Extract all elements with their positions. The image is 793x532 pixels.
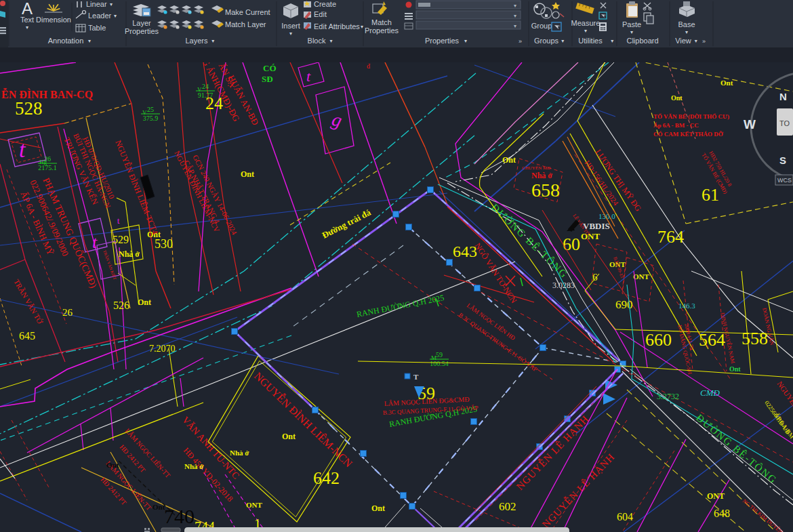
svg-text:91.77: 91.77 — [198, 91, 214, 99]
svg-text:▾: ▾ — [26, 24, 28, 30]
svg-text:▾: ▾ — [464, 38, 467, 44]
svg-text:Annotation: Annotation — [48, 37, 84, 45]
svg-text:Properties: Properties — [365, 26, 399, 35]
svg-text:Edit: Edit — [314, 10, 327, 18]
svg-text:»: » — [702, 38, 706, 45]
svg-text:146.3: 146.3 — [678, 302, 695, 310]
svg-text:Leader: Leader — [88, 12, 112, 20]
svg-text:648: 648 — [714, 508, 730, 519]
svg-text:Ont: Ont — [502, 155, 516, 165]
svg-text:Groups: Groups — [534, 37, 559, 45]
svg-text:Edit Attributes: Edit Attributes — [314, 22, 360, 30]
svg-text:▾: ▾ — [514, 13, 516, 19]
svg-text:Ont: Ont — [671, 94, 683, 102]
svg-text:Text: Text — [20, 16, 34, 24]
svg-text:Base: Base — [678, 20, 695, 28]
svg-text:Ont: Ont — [138, 298, 151, 307]
svg-text:▾: ▾ — [88, 38, 91, 44]
svg-text:645: 645 — [19, 330, 35, 342]
svg-text:▾: ▾ — [110, 1, 113, 7]
svg-text:Ont: Ont — [106, 461, 119, 469]
svg-text:2175.1: 2175.1 — [38, 164, 57, 171]
svg-text:564: 564 — [699, 330, 725, 350]
svg-text:Layers: Layers — [185, 37, 208, 45]
svg-text:Dimension: Dimension — [36, 16, 71, 24]
svg-text:CMĐ: CMĐ — [700, 388, 720, 398]
svg-text:604: 604 — [617, 511, 633, 523]
svg-text:100.54: 100.54 — [430, 360, 449, 367]
svg-text:Utilities: Utilities — [578, 37, 603, 45]
svg-text:T: T — [413, 373, 419, 381]
svg-text:Match Layer: Match Layer — [225, 20, 266, 28]
svg-text:▾: ▾ — [561, 38, 564, 44]
svg-text:59: 59 — [436, 351, 443, 359]
svg-text:Group: Group — [531, 22, 552, 30]
svg-text:Properties: Properties — [425, 37, 460, 45]
svg-text:60: 60 — [563, 234, 580, 254]
svg-text:»: » — [518, 38, 522, 45]
svg-text:ONT: ONT — [707, 491, 725, 501]
svg-text:▾: ▾ — [114, 13, 117, 19]
svg-text:26: 26 — [62, 307, 73, 318]
svg-text:Make Current: Make Current — [225, 8, 270, 16]
svg-text:Create: Create — [314, 0, 336, 8]
svg-text:t: t — [306, 68, 311, 85]
svg-text:660: 660 — [645, 330, 672, 350]
svg-text:ONT: ONT — [633, 272, 650, 281]
svg-text:642: 642 — [313, 468, 340, 488]
svg-text:View: View — [675, 37, 691, 45]
svg-text:3.2732: 3.2732 — [657, 392, 679, 401]
svg-text:Ont: Ont — [241, 169, 254, 179]
svg-text:Áp 6A - BM - CC: Áp 6A - BM - CC — [653, 122, 699, 129]
svg-text:529: 529 — [113, 234, 129, 245]
svg-text:▾: ▾ — [685, 29, 688, 35]
svg-text:Ont: Ont — [720, 79, 733, 87]
svg-text:Nhà ở: Nhà ở — [184, 462, 204, 470]
svg-text:Clipboard: Clipboard — [626, 37, 658, 45]
svg-text:▾: ▾ — [330, 38, 333, 44]
svg-text:S: S — [779, 155, 786, 166]
svg-text:▾: ▾ — [584, 28, 587, 34]
svg-text:TỔ VĂN BÉ (DỜI THỔ CƯ): TỔ VĂN BÉ (DỜI THỔ CƯ) — [653, 113, 729, 120]
svg-text:3.0283: 3.0283 — [552, 281, 575, 290]
svg-text:25: 25 — [147, 106, 154, 113]
svg-text:764: 764 — [657, 227, 684, 247]
svg-text:▾: ▾ — [695, 38, 697, 44]
svg-text:▾: ▾ — [630, 29, 633, 35]
svg-text:Ont: Ont — [371, 504, 385, 513]
svg-text:Table: Table — [88, 24, 106, 32]
svg-text:658: 658 — [531, 180, 560, 201]
svg-text:N: N — [779, 91, 787, 102]
svg-text:SĐ: SĐ — [262, 74, 273, 84]
svg-text:602: 602 — [499, 500, 516, 513]
svg-text:Block: Block — [308, 37, 326, 45]
svg-text:CÓ: CÓ — [263, 63, 277, 73]
svg-text:Measure: Measure — [571, 19, 601, 27]
svg-text:CHUYỂN MĐ: CHUYỂN MĐ — [522, 165, 550, 171]
svg-text:Nhà ở: Nhà ở — [531, 171, 552, 180]
svg-text:375.9: 375.9 — [143, 115, 159, 122]
svg-text:▾: ▾ — [514, 23, 516, 29]
svg-text:WCS: WCS — [777, 177, 792, 184]
svg-text:CÓ CAM KẾT THÁO DỠ: CÓ CAM KẾT THÁO DỠ — [653, 131, 724, 138]
svg-text:Match: Match — [371, 18, 392, 26]
svg-text:TO: TO — [779, 119, 790, 127]
svg-text:Nhà ở: Nhà ở — [230, 449, 249, 457]
svg-text:558: 558 — [741, 329, 768, 348]
svg-text:Insert: Insert — [281, 22, 300, 30]
svg-text:▾: ▾ — [211, 38, 214, 44]
svg-text:24: 24 — [202, 83, 209, 90]
svg-text:t: t — [92, 232, 98, 252]
svg-text:ONT: ONT — [246, 501, 263, 509]
svg-text:61: 61 — [702, 185, 719, 205]
svg-text:Layer: Layer — [132, 19, 151, 27]
svg-text:Paste: Paste — [622, 20, 641, 28]
svg-text:526: 526 — [113, 300, 129, 311]
svg-text:▾: ▾ — [361, 24, 363, 30]
svg-text:t: t — [19, 137, 26, 162]
svg-text:Nhà ở: Nhà ở — [119, 249, 140, 259]
svg-text:Ont: Ont — [729, 365, 741, 373]
svg-text:W: W — [744, 117, 756, 131]
svg-text:7.2070: 7.2070 — [149, 344, 176, 354]
svg-text:530: 530 — [155, 237, 173, 251]
